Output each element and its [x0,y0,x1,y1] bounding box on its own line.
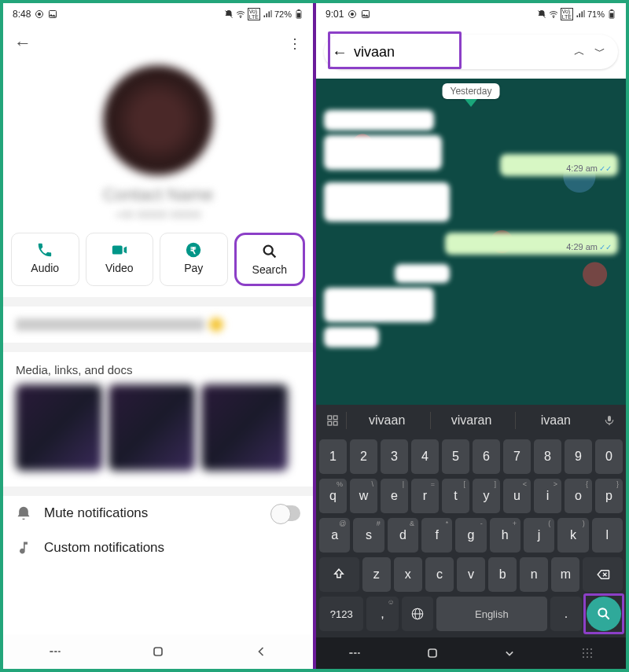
back-arrow-icon[interactable]: ← [14,33,31,53]
signal-icon [263,9,272,19]
key-s[interactable]: s# [353,518,384,553]
key-h[interactable]: h+ [490,518,520,553]
back-icon[interactable] [253,644,269,659]
key-a[interactable]: a@ [319,518,350,553]
comma-key[interactable]: ,☺ [366,597,398,631]
key-u[interactable]: u< [503,479,531,513]
status-battery: 71% [587,9,605,19]
media-thumb[interactable] [16,384,102,471]
svg-rect-28 [608,416,611,421]
pay-label: Pay [184,262,203,274]
key-q[interactable]: q% [319,479,347,513]
home-icon[interactable] [425,645,440,661]
key-l[interactable]: l [592,518,623,553]
more-options-icon[interactable]: ⋯ [287,37,304,50]
key-c[interactable]: c [425,557,454,592]
keyboard: vivaan vivaran ivaan 1234567890q%w\e|r=t… [316,405,626,637]
about-row[interactable] [3,307,313,343]
svg-point-43 [583,652,584,654]
suggestion[interactable]: ivaan [515,412,596,429]
msg-time: 4:29 am [566,242,598,252]
grid-icon[interactable] [322,410,343,431]
key-n[interactable]: n [520,557,548,592]
camera-icon [35,9,44,19]
contact-phone: +00 00000 00000 [115,208,200,221]
battery-icon [607,9,616,19]
period-key[interactable]: . [550,597,582,631]
search-up-icon[interactable]: ︿ [569,45,590,59]
key-1[interactable]: 1 [319,439,347,474]
search-button[interactable]: Search [234,233,306,286]
suggestion[interactable]: vivaan [346,412,427,429]
chat-area[interactable]: Yesterday 4:29 am✓✓ 4:29 am✓✓ [316,79,626,405]
keyboard-down-icon[interactable] [502,645,517,661]
music-note-icon [16,540,31,556]
space-key[interactable]: English [436,597,547,631]
status-time: 9:01 [326,9,344,20]
key-e[interactable]: e| [381,479,408,513]
video-button[interactable]: Video [86,233,154,286]
keyboard-grid-icon[interactable] [579,645,595,661]
key-6[interactable]: 6 [473,439,500,474]
svg-rect-26 [328,421,332,425]
key-8[interactable]: 8 [534,439,561,474]
key-0[interactable]: 0 [595,439,623,474]
key-k[interactable]: k) [557,518,588,553]
recents-icon[interactable] [347,645,362,661]
key-z[interactable]: z [362,557,391,592]
svg-point-48 [590,656,592,658]
key-w[interactable]: w\ [350,479,377,513]
search-down-icon[interactable]: ﹀ [590,45,610,59]
key-j[interactable]: j( [524,518,554,553]
key-p[interactable]: p} [595,479,623,513]
key-7[interactable]: 7 [503,439,531,474]
key-y[interactable]: y] [473,479,500,513]
key-v[interactable]: v [457,557,485,592]
key-x[interactable]: x [394,557,422,592]
status-time: 8:48 [13,9,31,20]
date-chip: Yesterday [443,83,500,99]
mute-toggle[interactable] [272,505,300,521]
shift-key[interactable] [319,557,359,592]
mute-notifications-row[interactable]: Mute notifications [3,496,313,531]
key-i[interactable]: i> [534,479,561,513]
status-bar: 8:48 Vo)LTE 72% [3,3,313,25]
key-o[interactable]: o{ [565,479,592,513]
key-5[interactable]: 5 [442,439,469,474]
media-thumb[interactable] [201,384,288,471]
key-m[interactable]: m [551,557,579,592]
mic-icon[interactable] [599,410,620,431]
key-b[interactable]: b [488,557,517,592]
key-g[interactable]: g- [455,518,486,553]
key-3[interactable]: 3 [381,439,408,474]
key-r[interactable]: r= [411,479,439,513]
custom-notifications-row[interactable]: Custom notifications [3,531,313,565]
avatar[interactable] [103,65,213,175]
key-9[interactable]: 9 [565,439,592,474]
recents-icon[interactable] [47,644,63,659]
search-icon [261,243,278,260]
msg-time: 4:29 am [566,163,598,173]
key-d[interactable]: d& [388,518,418,553]
media-thumb[interactable] [109,384,195,471]
audio-label: Audio [31,262,59,274]
pay-button[interactable]: ₹ Pay [160,233,228,286]
symbols-key[interactable]: ?123 [319,597,363,631]
rupee-icon: ₹ [185,241,202,259]
globe-key[interactable] [402,597,433,631]
media-section-title[interactable]: Media, links, and docs [16,363,300,376]
svg-point-17 [351,13,354,16]
suggestion[interactable]: vivaran [430,412,511,429]
key-4[interactable]: 4 [411,439,439,474]
svg-rect-24 [328,416,332,420]
key-t[interactable]: t[ [442,479,469,513]
status-bar: 9:01 Vo)LTE 71% [316,3,626,25]
home-icon[interactable] [150,644,166,659]
key-2[interactable]: 2 [350,439,377,474]
svg-point-1 [38,13,41,16]
phone-icon [36,241,53,259]
audio-button[interactable]: Audio [11,233,79,286]
backspace-key[interactable] [583,557,623,592]
svg-rect-23 [611,9,613,11]
key-f[interactable]: f* [421,518,452,553]
